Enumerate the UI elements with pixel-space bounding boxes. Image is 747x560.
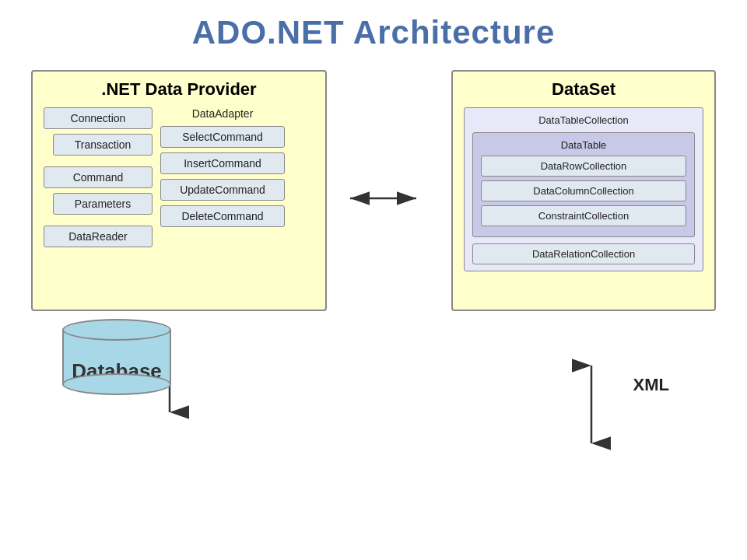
database-area: Database — [62, 319, 171, 395]
tablecollection-box: DataTableCollection DataTable DataRowCol… — [464, 107, 703, 271]
dataset-title: DataSet — [464, 79, 703, 100]
rowcollection-item: DataRowCollection — [481, 156, 686, 177]
provider-title: .NET Data Provider — [44, 79, 314, 100]
dataadapter-label: DataAdapter — [160, 107, 285, 120]
deletecommand-box: DeleteCommand — [160, 205, 285, 227]
db-top — [62, 319, 171, 341]
updatecommand-box: UpdateCommand — [160, 179, 285, 201]
connection-box: Connection — [44, 107, 153, 129]
relationcollection-box: DataRelationCollection — [472, 243, 695, 264]
datareader-box: DataReader — [44, 226, 153, 247]
selectcommand-box: SelectCommand — [160, 126, 285, 148]
page-title: ADO.NET Architecture — [0, 0, 747, 51]
xml-area: XML — [633, 369, 669, 395]
db-bottom — [62, 373, 171, 395]
database-cylinder: Database — [62, 319, 171, 395]
insertcommand-box: InsertCommand — [160, 152, 285, 174]
transaction-box: Transaction — [53, 134, 153, 156]
provider-box: .NET Data Provider Connection Transactio… — [31, 70, 327, 311]
datatable-box: DataTable DataRowCollection DataColumnCo… — [472, 132, 695, 237]
tablecollection-label: DataTableCollection — [472, 114, 695, 126]
columncollection-item: DataColumnCollection — [481, 180, 686, 201]
datatable-label: DataTable — [481, 139, 686, 151]
dataset-box: DataSet DataTableCollection DataTable Da… — [451, 70, 716, 311]
xml-label: XML — [633, 375, 669, 395]
parameters-box: Parameters — [53, 193, 153, 215]
command-box: Command — [44, 166, 153, 188]
constraintcollection-item: ConstraintCollection — [481, 205, 686, 226]
